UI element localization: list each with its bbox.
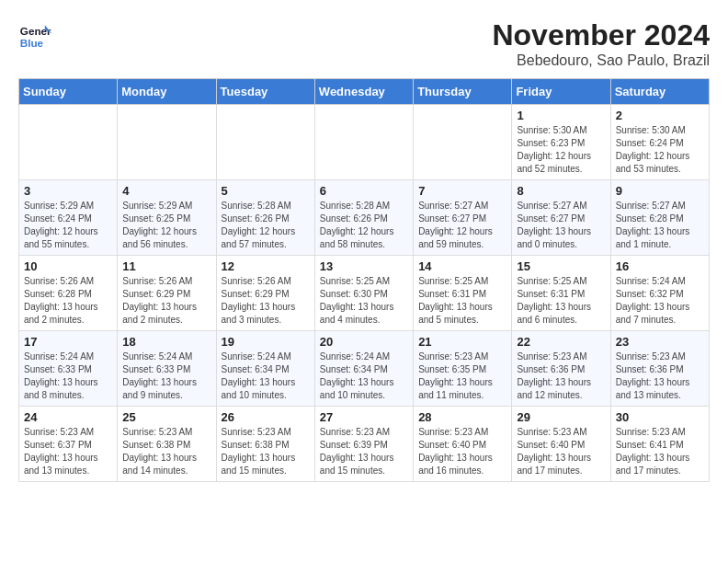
day-info: Sunrise: 5:27 AM Sunset: 6:27 PM Dayligh… [517,200,605,251]
month-title: November 2024 [492,18,710,52]
calendar-cell: 13Sunrise: 5:25 AM Sunset: 6:30 PM Dayli… [314,256,413,331]
day-number: 2 [616,109,704,122]
calendar-week-row: 1Sunrise: 5:30 AM Sunset: 6:23 PM Daylig… [19,105,710,180]
day-info: Sunrise: 5:25 AM Sunset: 6:30 PM Dayligh… [320,275,408,327]
calendar-cell: 27Sunrise: 5:23 AM Sunset: 6:39 PM Dayli… [314,407,413,482]
day-number: 17 [24,335,112,349]
calendar-cell: 25Sunrise: 5:23 AM Sunset: 6:38 PM Dayli… [118,407,216,482]
calendar-week-row: 24Sunrise: 5:23 AM Sunset: 6:37 PM Dayli… [19,407,710,482]
day-number: 14 [418,259,506,273]
day-info: Sunrise: 5:24 AM Sunset: 6:34 PM Dayligh… [320,350,408,402]
day-info: Sunrise: 5:23 AM Sunset: 6:38 PM Dayligh… [122,426,210,477]
calendar-cell: 3Sunrise: 5:29 AM Sunset: 6:24 PM Daylig… [19,180,118,256]
day-info: Sunrise: 5:23 AM Sunset: 6:36 PM Dayligh… [517,350,605,402]
day-info: Sunrise: 5:27 AM Sunset: 6:28 PM Dayligh… [616,200,704,251]
weekday-header-row: SundayMondayTuesdayWednesdayThursdayFrid… [19,79,710,105]
weekday-header: Tuesday [216,79,314,105]
calendar-cell: 6Sunrise: 5:28 AM Sunset: 6:26 PM Daylig… [314,180,413,256]
day-number: 18 [122,335,210,349]
calendar-cell: 23Sunrise: 5:23 AM Sunset: 6:36 PM Dayli… [610,331,709,407]
calendar-cell: 20Sunrise: 5:24 AM Sunset: 6:34 PM Dayli… [314,331,413,407]
location: Bebedouro, Sao Paulo, Brazil [492,52,710,69]
day-number: 5 [222,184,310,198]
day-number: 28 [418,410,506,424]
calendar-cell [414,105,512,180]
day-number: 16 [616,259,704,273]
day-info: Sunrise: 5:29 AM Sunset: 6:24 PM Dayligh… [24,200,112,251]
calendar-cell [118,105,216,180]
day-info: Sunrise: 5:25 AM Sunset: 6:31 PM Dayligh… [517,275,605,327]
day-number: 7 [418,184,506,198]
weekday-header: Sunday [19,79,118,105]
calendar-cell [19,105,118,180]
calendar-cell: 8Sunrise: 5:27 AM Sunset: 6:27 PM Daylig… [512,180,610,256]
day-info: Sunrise: 5:30 AM Sunset: 6:23 PM Dayligh… [517,124,605,176]
calendar-cell: 18Sunrise: 5:24 AM Sunset: 6:33 PM Dayli… [118,331,216,407]
day-number: 29 [517,410,605,424]
calendar-cell: 5Sunrise: 5:28 AM Sunset: 6:26 PM Daylig… [216,180,314,256]
calendar-cell: 17Sunrise: 5:24 AM Sunset: 6:33 PM Dayli… [19,331,118,407]
day-info: Sunrise: 5:23 AM Sunset: 6:38 PM Dayligh… [222,426,310,477]
day-info: Sunrise: 5:30 AM Sunset: 6:24 PM Dayligh… [616,124,704,176]
calendar-cell: 10Sunrise: 5:26 AM Sunset: 6:28 PM Dayli… [19,256,118,331]
day-number: 21 [418,335,506,349]
day-number: 12 [222,259,310,273]
weekday-header: Wednesday [314,79,413,105]
day-number: 25 [122,410,210,424]
calendar-table: SundayMondayTuesdayWednesdayThursdayFrid… [18,78,710,482]
day-info: Sunrise: 5:24 AM Sunset: 6:32 PM Dayligh… [616,275,704,327]
calendar-week-row: 10Sunrise: 5:26 AM Sunset: 6:28 PM Dayli… [19,256,710,331]
day-number: 30 [616,410,704,424]
day-number: 3 [24,184,112,198]
day-info: Sunrise: 5:23 AM Sunset: 6:40 PM Dayligh… [418,426,506,477]
day-number: 11 [122,259,210,273]
calendar-cell: 9Sunrise: 5:27 AM Sunset: 6:28 PM Daylig… [610,180,709,256]
calendar-cell: 15Sunrise: 5:25 AM Sunset: 6:31 PM Dayli… [512,256,610,331]
logo-icon: General Blue [18,18,51,52]
title-area: November 2024 Bebedouro, Sao Paulo, Braz… [492,18,710,69]
calendar-cell: 1Sunrise: 5:30 AM Sunset: 6:23 PM Daylig… [512,105,610,180]
calendar-cell: 11Sunrise: 5:26 AM Sunset: 6:29 PM Dayli… [118,256,216,331]
day-number: 22 [517,335,605,349]
day-info: Sunrise: 5:28 AM Sunset: 6:26 PM Dayligh… [222,200,310,251]
day-info: Sunrise: 5:23 AM Sunset: 6:37 PM Dayligh… [24,426,112,477]
day-info: Sunrise: 5:23 AM Sunset: 6:36 PM Dayligh… [616,350,704,402]
day-number: 27 [320,410,408,424]
calendar-cell: 29Sunrise: 5:23 AM Sunset: 6:40 PM Dayli… [512,407,610,482]
weekday-header: Friday [512,79,610,105]
calendar-week-row: 17Sunrise: 5:24 AM Sunset: 6:33 PM Dayli… [19,331,710,407]
day-number: 26 [222,410,310,424]
calendar-cell: 16Sunrise: 5:24 AM Sunset: 6:32 PM Dayli… [610,256,709,331]
day-info: Sunrise: 5:26 AM Sunset: 6:29 PM Dayligh… [122,275,210,327]
day-info: Sunrise: 5:29 AM Sunset: 6:25 PM Dayligh… [122,200,210,251]
day-number: 20 [320,335,408,349]
calendar-cell: 26Sunrise: 5:23 AM Sunset: 6:38 PM Dayli… [216,407,314,482]
day-number: 4 [122,184,210,198]
svg-text:Blue: Blue [20,37,44,49]
day-number: 15 [517,259,605,273]
day-info: Sunrise: 5:23 AM Sunset: 6:40 PM Dayligh… [517,426,605,477]
day-number: 10 [24,259,112,273]
day-info: Sunrise: 5:23 AM Sunset: 6:35 PM Dayligh… [418,350,506,402]
weekday-header: Monday [118,79,216,105]
weekday-header: Saturday [610,79,709,105]
day-number: 24 [24,410,112,424]
calendar-cell: 28Sunrise: 5:23 AM Sunset: 6:40 PM Dayli… [414,407,512,482]
day-info: Sunrise: 5:24 AM Sunset: 6:33 PM Dayligh… [122,350,210,402]
calendar-cell: 4Sunrise: 5:29 AM Sunset: 6:25 PM Daylig… [118,180,216,256]
day-info: Sunrise: 5:23 AM Sunset: 6:41 PM Dayligh… [616,426,704,477]
day-number: 23 [616,335,704,349]
day-info: Sunrise: 5:27 AM Sunset: 6:27 PM Dayligh… [418,200,506,251]
calendar-cell: 21Sunrise: 5:23 AM Sunset: 6:35 PM Dayli… [414,331,512,407]
day-info: Sunrise: 5:26 AM Sunset: 6:28 PM Dayligh… [24,275,112,327]
day-info: Sunrise: 5:24 AM Sunset: 6:33 PM Dayligh… [24,350,112,402]
day-number: 19 [222,335,310,349]
day-number: 1 [517,109,605,122]
weekday-header: Thursday [414,79,512,105]
day-info: Sunrise: 5:25 AM Sunset: 6:31 PM Dayligh… [418,275,506,327]
day-number: 8 [517,184,605,198]
day-info: Sunrise: 5:28 AM Sunset: 6:26 PM Dayligh… [320,200,408,251]
calendar-cell: 12Sunrise: 5:26 AM Sunset: 6:29 PM Dayli… [216,256,314,331]
calendar-cell: 14Sunrise: 5:25 AM Sunset: 6:31 PM Dayli… [414,256,512,331]
day-info: Sunrise: 5:23 AM Sunset: 6:39 PM Dayligh… [320,426,408,477]
